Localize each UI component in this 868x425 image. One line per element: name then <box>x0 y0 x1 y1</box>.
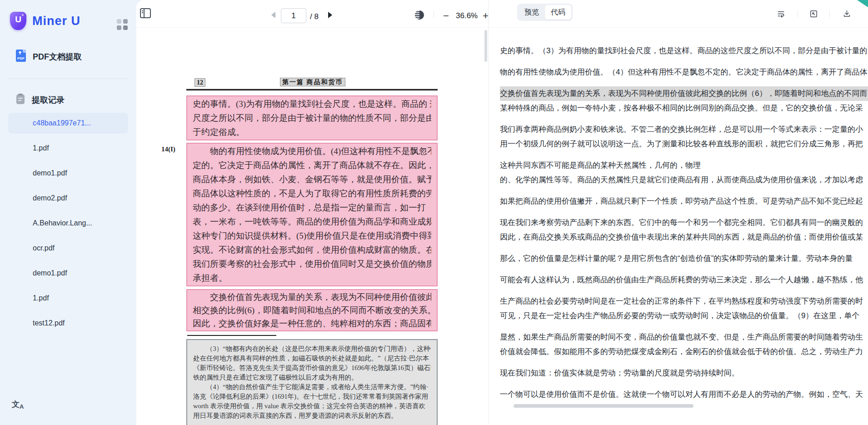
preview-paragraph: 这种共同东西不可能是商品的某种天然属性，几何的，物理的、化学的属性等等。商品的天… <box>500 158 868 187</box>
zoom-level: 36.6% <box>456 11 478 20</box>
highlighted-text-block[interactable]: 交换价值首先表现为量的关系，表现为不同种使用价值彼此相交换的比例(6)，即随着时… <box>186 289 438 331</box>
scan-page-number[interactable]: 12 <box>195 78 205 87</box>
mineru-logo-icon: U <box>10 12 26 30</box>
preview-line: 因此，在商品交换关系或商品的交换价值中表现出来的某种共同的东西，就是商品的价值；… <box>500 230 868 245</box>
footnote-line: 处在任何地方都具有同样的性质，如磁石吸铁的长处就是如此。”（尼古拉·巴尔本 <box>193 354 431 363</box>
preview-line: 现在我们来考察劳动产品剩下来的东西。它们中的每一个和另一个都完全相同。它们都具有… <box>500 215 868 230</box>
footnote-line: 铁的属性只是在通过它发现了磁极性以后才成为有用的。 <box>193 373 431 382</box>
scan-text-line: 承担者。 <box>193 271 431 285</box>
scan-text-line: 这种专门的知识提供材料。(5)使用价值只是在使用或消费中得到 <box>193 229 431 243</box>
pdf-page: 12 第一篇 商品和货币 14(I) 史的事情。(3)为有用物的量找到社会尺度，… <box>186 77 438 425</box>
highlighted-text-block[interactable]: 史的事情。(3)为有用物的量找到社会尺度，也是这样。商品的 这些尺度之所以不同，… <box>186 95 438 140</box>
corner-ribbon <box>857 0 868 7</box>
pdf-upload-icon: PDF <box>16 50 26 62</box>
preview-line: 生产商品的社会必要劳动时间是在一定社会的正常的条件下，在平均熟练程度和劳动强度下… <box>500 294 868 309</box>
scan-running-title[interactable]: 第一篇 商品和货币 <box>280 78 345 86</box>
records-list: c48baa1997e71...1.pdfdemo1.pdfdemo2.pdfA… <box>8 113 128 338</box>
sidebar: U Miner U PDF PDF文档提取 提取记录 c48baa1997e71… <box>0 0 136 425</box>
scan-text-line: 动的多少。在谈到使用价值时，总是指一定的量而言，如一打 <box>193 200 431 215</box>
prev-page-button[interactable] <box>271 12 275 18</box>
view-mode-tabs: 预览代码 <box>517 4 573 21</box>
expand-view-icon[interactable] <box>809 10 818 18</box>
record-item[interactable]: c48baa1997e71... <box>8 113 128 134</box>
footnote-line: worth 表示使用价值，用 value 表示交换价值；这完全符合英语的精神，英… <box>193 401 431 411</box>
head-rule <box>186 89 438 90</box>
footnote-line: 洛克《论降低利息的后果》(1691年)。在十七世纪，我们还常常看到英国著作家用 <box>193 392 431 401</box>
record-item[interactable]: 1.pdf <box>8 288 128 309</box>
thumbnail-panel-toggle-icon[interactable] <box>140 8 151 18</box>
records-header: 提取记录 <box>0 93 136 107</box>
preview-paragraph: 可能会有人这样认为，既然商品的价值由生产商品所耗费的劳动三来决定，那么一个人越懒… <box>500 273 868 287</box>
tab-preview[interactable]: 预览 <box>519 5 545 20</box>
apps-grid-icon[interactable] <box>117 19 128 30</box>
preview-paragraph: 现在我们知道：价值实体就是劳动；劳动量的尺度就是劳动持续时间。 <box>500 366 868 380</box>
scan-text-line: 表，一米布，一吨铁等等。商品的使用价值为商品学和商业成规 <box>193 215 431 229</box>
record-item[interactable]: 1.pdf <box>8 138 128 159</box>
page-number-input[interactable] <box>281 8 306 23</box>
pdf-vertical-scrollbar[interactable] <box>484 30 487 62</box>
sidebar-divider <box>8 78 128 79</box>
scan-text-line: 因此，交换价值好象是一种任意的、纯粹相对的东西；商品固有的、 <box>193 317 431 330</box>
footnote-block[interactable]: （3）“物都有内在的长处（这是巴尔本用来表示使用价值的专门用语），这种长处在任何… <box>186 339 438 425</box>
page-total-label: / 8 <box>310 12 319 21</box>
preview-highlighted-line: 交换价值首先表现为量的关系，表现为不同种使用价值彼此相交换的比例（6），即随着时… <box>500 86 868 101</box>
preview-line: 我们再拿两种商品例奶小麦和铁来说。不管二者的交换比例怎样，总是可以用一个等式来表… <box>500 122 868 137</box>
sidebar-item-pdf-extract[interactable]: PDF PDF文档提取 <box>0 48 136 66</box>
contrast-toggle-icon[interactable] <box>415 10 424 20</box>
preview-line: 物的有用性使物成为使用价值。（4）但这种有用性不是飘忽不定的。它决定于商品体的属… <box>500 65 868 80</box>
footnote-separator <box>187 335 276 336</box>
scan-text-line: 于约定俗成。 <box>193 125 431 139</box>
preview-line: 如果把商品的使用价值撇开，商品就只剩下一个性质，即劳动产品这个性质。可是劳动产品… <box>500 194 868 209</box>
footnote-line: 用日耳曼语源的词表示直接的东西，用罗曼语源的词表示反射的东西。 <box>193 411 431 420</box>
header-divider <box>829 10 830 17</box>
preview-horizontal-scrollbar[interactable] <box>514 404 693 408</box>
preview-line: 显然，如果生产商品所需要的时间不变，商品的价值量也就不变。但是，生产商品所需要的… <box>500 330 868 345</box>
tab-code[interactable]: 代码 <box>545 5 571 20</box>
record-item[interactable]: test12.pdf <box>8 313 128 334</box>
next-page-button[interactable] <box>328 12 335 18</box>
scan-text-line: 交换价值首先表现为量的关系，表现为不同种使用价值彼此 <box>193 290 431 304</box>
record-item[interactable]: demo1.pdf <box>8 163 128 184</box>
zoom-in-button[interactable]: + <box>483 10 489 22</box>
app-logo[interactable]: U Miner U <box>10 12 80 30</box>
preview-line: 现在我们知道：价值实体就是劳动；劳动量的尺度就是劳动持续时间。 <box>500 366 868 380</box>
language-switch-icon[interactable]: 文A <box>12 399 27 412</box>
preview-paragraph: 生产商品的社会必要劳动时间是在一定社会的正常的条件下，在平均熟练程度和劳动强度下… <box>500 294 868 323</box>
scan-text-line: 我们所要考察的社会形式中，使用价值同时又是交换价值的物质 <box>193 257 431 271</box>
preview-paragraph: 那么，它的价值量是怎样计量的呢？是用它所包含的“创造价值”的实体即劳动的量来计量… <box>500 251 868 266</box>
record-item[interactable]: demo2.pdf <box>8 188 128 209</box>
footnote-line: 《新币轻铸论。答洛克先生关于提高货币价值的意见》1696年伦敦版第16页）磁石吸 <box>193 363 431 373</box>
preview-line: 那么，它的价值量是怎样计量的呢？是用它所包含的“创造价值”的实体即劳动的量来计量… <box>500 251 868 266</box>
preview-line: 某种特殊的商品，例如一夸特小麦，按各种极不相同的比例同别的商品交换。但是，它的交… <box>500 101 868 115</box>
preview-paragraph: 如果把商品的使用价值撇开，商品就只剩下一个性质，即劳动产品这个性质。可是劳动产品… <box>500 194 868 209</box>
preview-line: 价值就会降低。假如能用不多的劳动把煤变成金刚石，金刚石的价值就会低于砖的价值。总… <box>500 345 868 359</box>
zoom-out-button[interactable]: − <box>443 10 449 22</box>
wrap-text-icon[interactable] <box>777 10 785 18</box>
preview-paragraph: 物的有用性使物成为使用价值。（4）但这种有用性不是飘忽不定的。它决定于商品体的属… <box>500 65 868 80</box>
footnote-line: （4）“物的自然价值产生于它能满足需要，或者给人类生活带来方便。”约翰· <box>193 382 431 392</box>
record-item[interactable]: demo1.pdf <box>8 263 128 284</box>
toolbar-divider <box>434 11 434 18</box>
preview-paragraph: 显然，如果生产商品所需要的时间不变，商品的价值量也就不变。但是，生产商品所需要的… <box>500 330 868 359</box>
menu-label: PDF文档提取 <box>33 51 82 62</box>
preview-line: 史的事情。（3）为有用物的量找到社会尺度，也是这样。商品的这些尺度之所以不同，部… <box>500 44 868 58</box>
scan-text-line: 物的有用性使物成为使用价值。(4)但这种有用性不是飘忽不 <box>193 144 431 158</box>
preview-paragraph: 交换价值首先表现为量的关系，表现为不同种使用价值彼此相交换的比例（6），即随着时… <box>500 86 868 115</box>
header-divider <box>798 10 798 17</box>
download-icon[interactable] <box>843 10 851 18</box>
scan-text-line: 史的事情。(3)为有用物的量找到社会尺度，也是这样。商品的 这些 <box>193 97 431 111</box>
preview-paragraph: 史的事情。（3）为有用物的量找到社会尺度，也是这样。商品的这些尺度之所以不同，部… <box>500 44 868 58</box>
record-item[interactable]: A.Behavior.Lang... <box>8 213 128 234</box>
records-title: 提取记录 <box>32 95 65 105</box>
preview-line: 的、化学的属性等等。商品的天然属性只是就它们使商品有用，从而使商品成为使用价值来… <box>500 173 868 187</box>
footnote-line: （3）“物都有内在的长处（这是巴尔本用来表示使用价值的专门用语），这种长 <box>193 344 431 354</box>
panel-divider <box>488 0 489 425</box>
pdf-blocks: 史的事情。(3)为有用物的量找到社会尺度，也是这样。商品的 这些尺度之所以不同，… <box>186 95 438 331</box>
preview-paragraph: 一个物可以是使用价值而不是价值。这就使一个物可以对人有用而不必是人的劳动的产物。… <box>500 387 868 400</box>
highlighted-text-block[interactable]: 物的有用性使物成为使用价值。(4)但这种有用性不是飘忽不定的。它决定于商品体的属… <box>186 143 438 286</box>
record-item[interactable]: ocr.pdf <box>8 238 128 259</box>
scan-text-line: 尺度之所以不同，部分是由于被计量的物的性质不同，部分是由 <box>193 111 431 125</box>
markdown-preview[interactable]: 史的事情。（3）为有用物的量找到社会尺度，也是这样。商品的这些尺度之所以不同，部… <box>500 28 868 400</box>
scan-text-line: 商品体以这种性质的，不是人为了取得它的有用性质所耗费的劳 <box>193 186 431 200</box>
scan-text-line: 相交换的比例(6)，即随着时间和地点的不同而不断改变的关系。 <box>193 304 431 317</box>
